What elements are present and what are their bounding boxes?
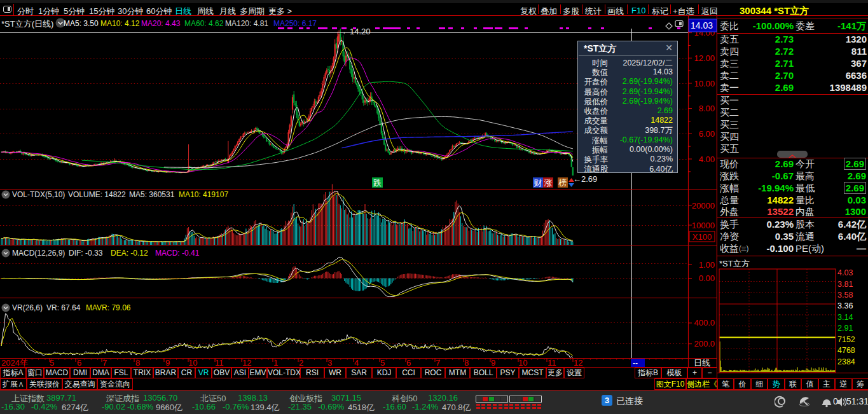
svg-text:7152: 7152	[837, 335, 855, 344]
svg-text:3: 3	[327, 358, 332, 368]
svg-text:200.0: 200.0	[694, 339, 715, 348]
svg-text:←14.20: ←14.20	[341, 27, 371, 36]
svg-text:6.00: 6.00	[699, 129, 715, 139]
svg-text:4.03: 4.03	[837, 268, 853, 277]
svg-text:*ST立方: *ST立方	[719, 259, 750, 268]
svg-text:12: 12	[574, 358, 582, 368]
svg-text:MA10: 419107: MA10: 419107	[179, 190, 228, 199]
svg-text:3.14: 3.14	[837, 313, 853, 322]
svg-text:12: 12	[242, 358, 251, 368]
svg-text:MAVR: 79.06: MAVR: 79.06	[86, 303, 131, 312]
svg-text:0: 0	[833, 396, 838, 406]
svg-text:3.58: 3.58	[837, 291, 853, 300]
svg-text:--: --	[633, 359, 638, 368]
svg-text:VOLUME: 14822: VOLUME: 14822	[68, 190, 126, 199]
svg-text:3.36: 3.36	[837, 301, 853, 310]
svg-text:MA5: 360531: MA5: 360531	[129, 190, 175, 199]
svg-text:400.0: 400.0	[694, 318, 715, 328]
svg-text:6: 6	[77, 358, 81, 368]
svg-text:涨: 涨	[544, 178, 553, 188]
svg-text:1.00: 1.00	[699, 260, 715, 270]
svg-text:0.00: 0.00	[699, 273, 715, 283]
svg-text:11: 11	[215, 358, 224, 368]
svg-text:VOL-TDX(5,10): VOL-TDX(5,10)	[12, 190, 65, 199]
svg-text:2024年: 2024年	[1, 358, 28, 368]
svg-text:14.03: 14.03	[691, 20, 713, 31]
svg-text:5: 5	[380, 358, 385, 368]
svg-text:1: 1	[273, 358, 278, 368]
svg-text:MACD: -0.41: MACD: -0.41	[155, 249, 200, 258]
svg-text:20000: 20000	[692, 201, 715, 210]
svg-text:VR: 67.64: VR: 67.64	[46, 303, 81, 312]
svg-text:榜: 榜	[558, 178, 567, 188]
svg-text:10.00: 10.00	[694, 79, 715, 88]
svg-text:10: 10	[518, 358, 527, 368]
svg-text:9: 9	[165, 358, 170, 368]
svg-text:8: 8	[135, 358, 140, 368]
svg-text:X100: X100	[692, 232, 712, 242]
svg-text:2384: 2384	[837, 357, 855, 366]
svg-text:51:31: 51:31	[846, 396, 868, 406]
svg-text:2.91: 2.91	[837, 324, 853, 333]
svg-text:VR(26,6): VR(26,6)	[12, 303, 43, 312]
svg-text:4: 4	[354, 358, 359, 368]
svg-text:11: 11	[548, 358, 556, 368]
svg-text:6: 6	[406, 358, 411, 368]
svg-text:财: 财	[534, 178, 542, 188]
svg-text:4.00: 4.00	[699, 155, 715, 164]
svg-text:日线: 日线	[694, 358, 710, 368]
svg-text:4768: 4768	[837, 346, 855, 355]
svg-text:DIF: -0.33: DIF: -0.33	[69, 249, 103, 258]
svg-text:DEA: -0.12: DEA: -0.12	[111, 249, 148, 258]
svg-text:8.00: 8.00	[699, 104, 715, 113]
svg-text:跌: 跌	[373, 178, 382, 188]
svg-text:12.00: 12.00	[694, 53, 715, 63]
svg-text:10000: 10000	[692, 221, 715, 230]
svg-text:8: 8	[464, 358, 469, 368]
svg-text:3.81: 3.81	[837, 280, 853, 289]
svg-text:←2.69: ←2.69	[573, 174, 597, 184]
svg-text:7: 7	[102, 358, 107, 368]
svg-text:MACD(12,26,9): MACD(12,26,9)	[12, 249, 65, 258]
